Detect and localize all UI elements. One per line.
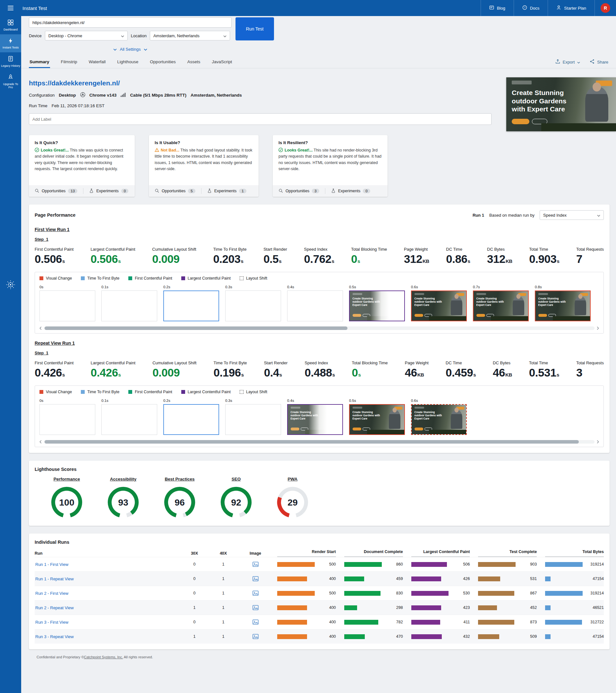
image-icon[interactable] — [242, 619, 269, 625]
image-icon[interactable] — [242, 605, 269, 610]
gauge-label[interactable]: Best Practices — [165, 477, 194, 481]
filmstrip-thumbnail[interactable] — [163, 291, 219, 321]
run-link[interactable]: Run 2 - Repeat View — [35, 606, 176, 610]
tab-javascript[interactable]: JavaScript — [211, 57, 232, 68]
median-metric-select[interactable]: Speed Index — [540, 210, 604, 220]
run-test-button[interactable]: Run Test — [235, 17, 274, 40]
lighthouse-panel: Lighthouse Scores Performance100Accessib… — [29, 461, 610, 526]
tab-assets[interactable]: Assets — [187, 57, 201, 68]
experiments-link[interactable]: Experiments0 — [89, 189, 128, 194]
image-icon[interactable] — [242, 576, 269, 581]
filmstrip-thumbnail[interactable] — [225, 291, 281, 321]
device-select[interactable]: Desktop - Chrome — [45, 31, 128, 40]
filmstrip-thumbnail[interactable] — [101, 291, 157, 321]
filmstrip-scrollbar[interactable] — [39, 326, 599, 330]
filmstrip-thumbnail[interactable] — [39, 291, 95, 321]
bar-value: 319214 — [586, 562, 604, 567]
filmstrip-thumbnail[interactable]: Create Stunning outdoor Gardens with Exp… — [349, 291, 405, 321]
site-logo — [512, 81, 532, 84]
run-link[interactable]: Run 1 - First View — [35, 562, 176, 567]
gauge-label[interactable]: Performance — [54, 477, 80, 481]
sidebar-item-legacy-history[interactable]: Legacy History — [0, 52, 21, 71]
experiments-link[interactable]: Experiments0 — [331, 189, 370, 194]
scrollbar-track[interactable] — [44, 440, 595, 443]
col-40x[interactable]: 40X — [213, 551, 233, 556]
col-30x[interactable]: 30X — [184, 551, 205, 556]
filmstrip-thumbnail[interactable] — [39, 404, 95, 435]
opportunities-link[interactable]: Opportunities5 — [155, 189, 196, 194]
docs-link[interactable]: ? Docs — [514, 0, 548, 16]
share-button[interactable]: Share — [590, 59, 608, 65]
view-title[interactable]: Repeat View Run 1 — [35, 340, 75, 346]
filmstrip-thumbnail[interactable]: Create Stunning outdoor Gardens with Exp… — [287, 404, 343, 435]
filmstrip-thumbnail[interactable]: Create Stunning outdoor Gardens with Exp… — [349, 404, 405, 435]
run-link[interactable]: Run 3 - Repeat View — [35, 634, 176, 639]
run-link[interactable]: Run 3 - First View — [35, 620, 176, 625]
step-title[interactable]: Step_1 — [35, 237, 48, 242]
scroll-right-icon[interactable] — [597, 326, 599, 330]
hamburger-menu-icon[interactable] — [0, 6, 21, 10]
starter-plan-link[interactable]: Starter Plan — [548, 0, 595, 16]
scroll-left-icon[interactable] — [39, 326, 42, 330]
step-title[interactable]: Step_1 — [35, 351, 48, 355]
image-icon[interactable] — [242, 591, 269, 596]
location-select[interactable]: Amsterdam, Netherlands — [150, 31, 230, 40]
bar-cell-largest-contentful-paint: 411 — [411, 620, 470, 625]
view-title[interactable]: First View Run 1 — [35, 227, 69, 232]
blog-link[interactable]: Blog — [480, 0, 514, 16]
scroll-right-icon[interactable] — [597, 440, 599, 443]
tab-summary[interactable]: Summary — [29, 57, 50, 68]
run-link[interactable]: Run 1 - Repeat View — [35, 576, 176, 581]
sidebar-item-instant-tests[interactable]: Instant Tests — [0, 34, 21, 53]
bar-cell-test-complete: 903 — [478, 562, 537, 567]
col-render-start[interactable]: Render Start — [277, 550, 336, 557]
scroll-left-icon[interactable] — [39, 440, 42, 443]
catchpoint-link[interactable]: Catchpoint Systems, Inc. — [84, 655, 123, 659]
gauge-label[interactable]: Accessibility — [110, 477, 137, 481]
tested-url-link[interactable]: https://dakdekkerengelen.nl/ — [29, 79, 120, 87]
tab-opportunities[interactable]: Opportunities — [149, 57, 176, 68]
run-link[interactable]: Run 2 - First View — [35, 591, 176, 596]
col-run[interactable]: Run — [35, 551, 176, 556]
opportunities-link[interactable]: Opportunities13 — [35, 189, 77, 194]
filmstrip-thumbnail[interactable]: Create Stunning outdoor Gardens with Exp… — [411, 291, 467, 321]
svg-text:96: 96 — [174, 497, 185, 508]
scrollbar-thumb[interactable] — [45, 326, 347, 330]
scrollbar-track[interactable] — [44, 326, 595, 330]
col-largest-contentful-paint[interactable]: Largest Contentful Paint — [411, 550, 470, 557]
webpage-screenshot: Create Stunning outdoor Gardens with Exp… — [506, 77, 616, 131]
experiments-link[interactable]: Experiments1 — [207, 189, 246, 194]
sidebar-item-upgrade-to-pro[interactable]: Upgrade To Pro — [0, 71, 21, 92]
filmstrip-scrollbar[interactable] — [39, 440, 599, 443]
tab-filmstrip[interactable]: Filmstrip — [60, 57, 78, 68]
tab-lighthouse[interactable]: Lighthouse — [117, 57, 139, 68]
scrollbar-thumb[interactable] — [45, 440, 579, 443]
page-screenshot-thumbnail[interactable]: Create Stunning outdoor Gardens with Exp… — [506, 77, 616, 131]
tab-waterfall[interactable]: Waterfall — [88, 57, 106, 68]
label-input[interactable] — [29, 113, 492, 125]
col-total-bytes[interactable]: Total Bytes — [545, 550, 604, 557]
filmstrip-thumbnail[interactable]: Create Stunning outdoor Gardens with Exp… — [411, 404, 467, 435]
filmstrip-thumbnail[interactable] — [287, 291, 343, 321]
metric-value: 0.4s — [264, 366, 288, 379]
catchpoint-logo[interactable] — [0, 279, 21, 290]
gauge-label[interactable]: SEO — [232, 477, 241, 481]
col-document-complete[interactable]: Document Complete — [344, 550, 403, 557]
avatar[interactable]: R — [601, 3, 610, 13]
metric-total-time: Total Time0.531s — [529, 360, 559, 379]
filmstrip-thumbnail[interactable] — [163, 404, 219, 435]
image-icon[interactable] — [242, 562, 269, 567]
filmstrip-thumbnail[interactable]: Create Stunning outdoor Gardens with Exp… — [473, 291, 529, 321]
filmstrip-thumbnail[interactable] — [225, 404, 281, 435]
all-settings-toggle[interactable]: All Settings — [29, 47, 232, 52]
image-icon[interactable] — [242, 634, 269, 639]
url-input[interactable] — [29, 17, 232, 27]
col-test-complete[interactable]: Test Complete — [478, 550, 537, 557]
filmstrip-thumbnail[interactable] — [101, 404, 157, 435]
gauge-label[interactable]: PWA — [288, 477, 298, 481]
export-button[interactable]: Export — [555, 59, 580, 65]
opportunities-link[interactable]: Opportunities3 — [279, 189, 319, 194]
sidebar-item-dashboard[interactable]: Dashboard — [0, 16, 21, 34]
legend-swatch — [181, 390, 185, 394]
filmstrip-thumbnail[interactable]: Create Stunning outdoor Gardens with Exp… — [535, 291, 591, 321]
